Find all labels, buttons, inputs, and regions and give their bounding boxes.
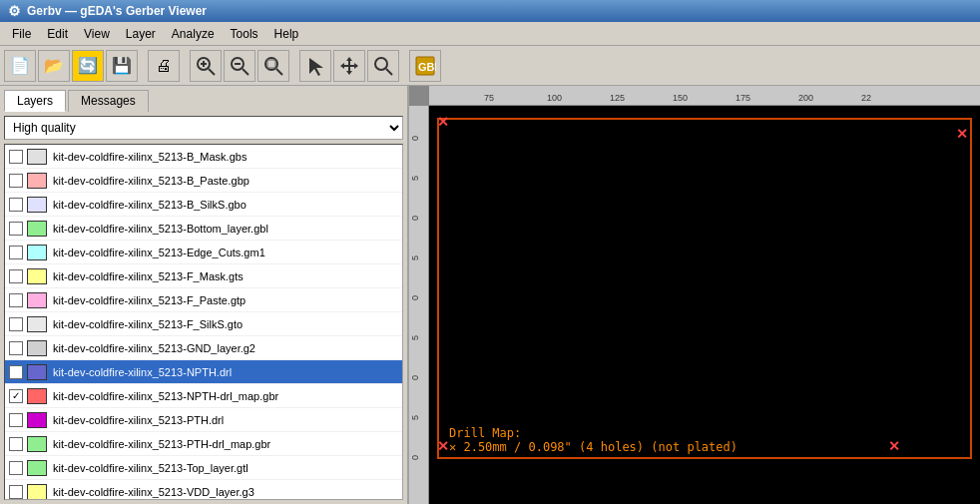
drill-title: Drill Map:	[449, 426, 737, 440]
new-button[interactable]: 📄	[4, 50, 36, 82]
layer-name-label: kit-dev-coldfire-xilinx_5213-Top_layer.g…	[53, 462, 248, 474]
svg-line-18	[386, 69, 392, 75]
layer-checkbox[interactable]	[9, 437, 23, 451]
layer-checkbox[interactable]	[9, 150, 23, 164]
menu-item-file[interactable]: File	[4, 25, 39, 43]
svg-rect-9	[267, 60, 275, 68]
layer-checkbox[interactable]	[9, 293, 23, 307]
layer-checkbox[interactable]	[9, 485, 23, 499]
layer-row[interactable]: kit-dev-coldfire-xilinx_5213-Edge_Cuts.g…	[5, 241, 402, 264]
layer-color-swatch	[27, 460, 47, 476]
svg-marker-14	[346, 71, 352, 75]
layer-row[interactable]: kit-dev-coldfire-xilinx_5213-B_Mask.gbs	[5, 145, 402, 169]
layer-name-label: kit-dev-coldfire-xilinx_5213-VDD_layer.g…	[53, 486, 254, 498]
layer-checkbox[interactable]	[9, 269, 23, 283]
ruler-top: 75 100 125 150 175 200 22	[429, 86, 980, 106]
layer-name-label: kit-dev-coldfire-xilinx_5213-B_SilkS.gbo	[53, 199, 246, 211]
layer-color-swatch	[27, 268, 47, 284]
drill-info: Drill Map: ✕ 2.50mm / 0.098" (4 holes) (…	[449, 426, 737, 454]
layer-checkbox[interactable]	[9, 413, 23, 427]
layer-color-swatch	[27, 245, 47, 260]
marker-tr: ✕	[956, 126, 968, 142]
layer-name-label: kit-dev-coldfire-xilinx_5213-B_Paste.gbp	[53, 175, 249, 187]
layer-checkbox[interactable]	[9, 198, 23, 212]
quality-row: High quality Medium quality Low quality	[0, 112, 407, 144]
marker-bl: ✕	[437, 438, 449, 454]
layer-color-swatch	[27, 221, 47, 237]
layer-row[interactable]: kit-dev-coldfire-xilinx_5213-PTH.drl	[5, 408, 402, 432]
layer-row[interactable]: kit-dev-coldfire-xilinx_5213-NPTH-drl_ma…	[5, 384, 402, 408]
layer-name-label: kit-dev-coldfire-xilinx_5213-F_SilkS.gto	[53, 318, 243, 330]
layer-name-label: kit-dev-coldfire-xilinx_5213-F_Paste.gtp	[53, 294, 245, 306]
tab-layers[interactable]: Layers	[4, 90, 66, 112]
layer-color-swatch	[27, 484, 47, 500]
zoom-out-button[interactable]	[224, 50, 255, 82]
app-icon: ⚙	[8, 3, 21, 19]
layer-checkbox[interactable]	[9, 461, 23, 475]
export-button[interactable]: GBR	[409, 50, 441, 82]
layer-name-label: kit-dev-coldfire-xilinx_5213-PTH-drl_map…	[53, 438, 270, 450]
layer-row[interactable]: kit-dev-coldfire-xilinx_5213-B_SilkS.gbo	[5, 193, 402, 217]
svg-marker-16	[354, 63, 358, 69]
viewer: 75 100 125 150 175 200 22 0 5 0 5 0 5 0 …	[409, 86, 980, 504]
menubar: FileEditViewLayerAnalyzeToolsHelp	[0, 22, 980, 46]
layer-row[interactable]: kit-dev-coldfire-xilinx_5213-F_Paste.gtp	[5, 288, 402, 312]
menu-item-view[interactable]: View	[76, 25, 118, 43]
svg-line-5	[243, 69, 248, 75]
menu-item-analyze[interactable]: Analyze	[164, 25, 223, 43]
left-panel: Layers Messages High quality Medium qual…	[0, 86, 409, 504]
svg-point-17	[375, 58, 387, 70]
menu-item-layer[interactable]: Layer	[118, 25, 164, 43]
svg-marker-10	[309, 58, 323, 76]
ruler-left: 0 5 0 5 0 5 0 5 0	[409, 106, 429, 504]
layer-checkbox[interactable]	[9, 365, 23, 379]
zoom-region-button[interactable]	[367, 50, 399, 82]
layer-checkbox[interactable]	[9, 317, 23, 331]
zoom-fit-button[interactable]	[257, 50, 289, 82]
layer-name-label: kit-dev-coldfire-xilinx_5213-F_Mask.gts	[53, 270, 244, 282]
layer-checkbox[interactable]	[9, 222, 23, 236]
layer-checkbox[interactable]	[9, 389, 23, 403]
layer-color-swatch	[27, 173, 47, 189]
move-button[interactable]	[333, 50, 365, 82]
marker-tl: ✕	[437, 114, 449, 130]
title-text: Gerbv — gEDA's Gerber Viewer	[27, 4, 207, 18]
layer-color-swatch	[27, 292, 47, 308]
svg-marker-15	[340, 63, 344, 69]
layer-color-swatch	[27, 388, 47, 404]
tabs: Layers Messages	[0, 86, 407, 112]
layer-row[interactable]: kit-dev-coldfire-xilinx_5213-NPTH.drl	[5, 360, 402, 384]
layer-color-swatch	[27, 364, 47, 380]
canvas-area: ✕ ✕ ✕ ✕ Drill Map: ✕ 2.50mm / 0.098" (4 …	[429, 106, 980, 504]
menu-item-edit[interactable]: Edit	[39, 25, 76, 43]
layer-row[interactable]: kit-dev-coldfire-xilinx_5213-F_SilkS.gto	[5, 312, 402, 336]
svg-marker-13	[346, 57, 352, 61]
layer-color-swatch	[27, 149, 47, 165]
layer-color-swatch	[27, 197, 47, 213]
zoom-in-button[interactable]	[190, 50, 222, 82]
layer-name-label: kit-dev-coldfire-xilinx_5213-Edge_Cuts.g…	[53, 247, 265, 258]
menu-item-help[interactable]: Help	[266, 25, 307, 43]
quality-select[interactable]: High quality Medium quality Low quality	[4, 116, 403, 140]
print-button[interactable]: 🖨	[148, 50, 180, 82]
layer-row[interactable]: kit-dev-coldfire-xilinx_5213-GND_layer.g…	[5, 336, 402, 360]
pointer-button[interactable]	[299, 50, 331, 82]
tab-messages[interactable]: Messages	[68, 90, 149, 112]
layer-checkbox[interactable]	[9, 341, 23, 355]
layer-row[interactable]: kit-dev-coldfire-xilinx_5213-Bottom_laye…	[5, 217, 402, 241]
open-button[interactable]: 📂	[38, 50, 70, 82]
layer-checkbox[interactable]	[9, 174, 23, 188]
layer-row[interactable]: kit-dev-coldfire-xilinx_5213-B_Paste.gbp	[5, 169, 402, 193]
svg-text:GBR: GBR	[418, 61, 436, 73]
reload-button[interactable]: 🔄	[72, 50, 104, 82]
layer-row[interactable]: kit-dev-coldfire-xilinx_5213-Top_layer.g…	[5, 456, 402, 480]
svg-line-8	[276, 69, 282, 75]
layer-row[interactable]: kit-dev-coldfire-xilinx_5213-F_Mask.gts	[5, 264, 402, 288]
pcb-border	[437, 118, 972, 459]
menu-item-tools[interactable]: Tools	[223, 25, 266, 43]
layer-row[interactable]: kit-dev-coldfire-xilinx_5213-VDD_layer.g…	[5, 480, 402, 500]
save-button[interactable]: 💾	[106, 50, 138, 82]
layer-checkbox[interactable]	[9, 246, 23, 259]
main-content: Layers Messages High quality Medium qual…	[0, 86, 980, 504]
layer-row[interactable]: kit-dev-coldfire-xilinx_5213-PTH-drl_map…	[5, 432, 402, 456]
